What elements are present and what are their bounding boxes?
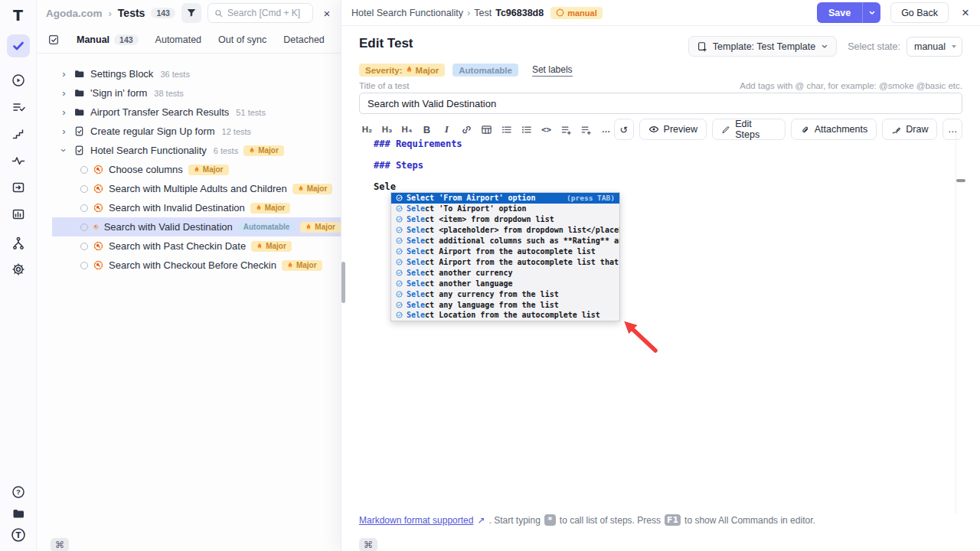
keyboard-shortcut-badge[interactable]: ⌘ — [359, 538, 377, 551]
editor-typed-text[interactable]: Sele — [374, 181, 396, 192]
test-case-choose-columns[interactable]: Choose columns Major — [37, 160, 341, 179]
rail-item-branches[interactable] — [7, 232, 30, 255]
test-case-multiple-adults[interactable]: Search with Multiple Adults and Children… — [37, 179, 341, 198]
check-circle-icon — [396, 227, 403, 233]
severity-badge[interactable]: Severity: Major — [359, 64, 445, 77]
tree-folder-airport-transfer[interactable]: › Airport Transfer Search Results 51 tes… — [37, 103, 341, 122]
editor-line-steps[interactable]: ### Steps — [374, 160, 423, 171]
tree-folder-sign-in-form[interactable]: › 'Sign in' form 38 tests — [37, 83, 341, 103]
chevron-right-icon[interactable]: › — [60, 126, 68, 137]
go-back-button[interactable]: Go Back — [890, 2, 949, 23]
bulk-select-button[interactable] — [47, 34, 60, 46]
save-options-button[interactable] — [862, 2, 880, 23]
test-case-checkout-before-checkin[interactable]: Search with Checkout Before Checkin Majo… — [37, 256, 341, 275]
severity-label: Major — [258, 146, 279, 155]
tab-detached[interactable]: Detached — [283, 34, 325, 45]
automatable-badge: Automatable — [238, 222, 296, 233]
rail-item-account[interactable]: T — [7, 523, 30, 546]
test-case-valid-destination[interactable]: Search with Valid Destination Automatabl… — [37, 217, 341, 236]
rail-item-steps[interactable] — [7, 122, 30, 145]
status-ring-icon[interactable] — [80, 243, 88, 250]
breadcrumb-section[interactable]: Tests — [118, 7, 145, 19]
state-badge-manual: manual — [550, 7, 603, 19]
tab-out-of-sync[interactable]: Out of sync — [218, 34, 266, 45]
autocomplete-option[interactable]: Select 'To Airport' option — [391, 204, 619, 214]
chevron-right-icon[interactable]: › — [60, 87, 68, 99]
autocomplete-option[interactable]: Select Location from the autocomplete li… — [391, 310, 619, 321]
editor-line-requirements[interactable]: ### Requirements — [374, 139, 462, 149]
test-id[interactable]: Tc96838d8 — [495, 8, 544, 18]
rail-item-settings[interactable] — [7, 258, 30, 281]
autocomplete-option[interactable]: Select Airport from the autocomplete lis… — [391, 246, 619, 257]
flame-icon — [256, 243, 263, 250]
option-typed: Sele — [407, 226, 425, 234]
tree-folder-settings-block[interactable]: › Settings Block 36 tests — [37, 64, 341, 83]
breadcrumb-parent-suite[interactable]: Hotel Search Functionality — [351, 8, 463, 18]
rail-item-plans[interactable] — [7, 96, 30, 119]
autocomplete-option[interactable]: Select another currency — [391, 267, 619, 278]
filter-button[interactable] — [181, 3, 201, 23]
state-select[interactable]: manual — [906, 37, 962, 57]
test-title-input[interactable] — [359, 93, 962, 114]
hint-text-2: to call list of steps. Press — [560, 515, 661, 526]
paperclip-icon — [800, 125, 810, 135]
chevron-right-icon[interactable]: › — [60, 68, 68, 80]
severity-label: Major — [203, 165, 224, 174]
autocomplete-option[interactable]: Select Airport from the autocomplete lis… — [391, 256, 619, 267]
app-logo[interactable]: T — [7, 4, 30, 27]
close-drawer-icon[interactable]: × — [962, 6, 969, 19]
page-title: Edit Test — [359, 36, 413, 51]
title-field-label: Title of a test — [359, 81, 409, 90]
rail-item-projects[interactable] — [7, 502, 30, 525]
tab-manual[interactable]: Manual143 — [77, 34, 139, 45]
rail-item-activity[interactable] — [7, 149, 30, 172]
status-ring-icon[interactable] — [80, 262, 88, 269]
autocomplete-option-selected[interactable]: Select 'From Airport' option(press TAB) — [391, 193, 619, 204]
close-search-icon[interactable]: × — [319, 7, 335, 20]
hint-text-3: to show All Commands in editor. — [684, 515, 815, 526]
rail-item-tests[interactable] — [7, 34, 30, 57]
test-case-past-checkin[interactable]: Search with Past Checkin Date Major — [37, 236, 341, 256]
autocomplete-option[interactable]: Select additional columns such as **Rati… — [391, 236, 619, 246]
explorer-scrollbar-thumb[interactable] — [341, 262, 345, 303]
tree-suite-hotel-search[interactable]: › Hotel Search Functionality 6 tests Maj… — [37, 141, 341, 160]
autocomplete-option[interactable]: Select <item> from dropdown list — [391, 214, 619, 225]
rail-item-help[interactable]: ? — [7, 481, 30, 504]
breadcrumb-project[interactable]: Agoda.com — [46, 8, 103, 19]
folder-icon — [74, 68, 85, 80]
press-tab-hint: (press TAB) — [567, 194, 615, 202]
tree-suite-create-signup[interactable]: › Create regular Sign Up form 12 tests — [37, 122, 341, 141]
folder-meta: 36 tests — [160, 70, 190, 79]
folder-meta: 38 tests — [154, 89, 184, 98]
rail-item-import[interactable] — [7, 176, 30, 199]
folder-meta: 51 tests — [236, 108, 266, 117]
search-input[interactable] — [227, 8, 306, 18]
rail-item-runs[interactable] — [7, 69, 30, 92]
autocomplete-option[interactable]: Select any currency from the list — [391, 289, 619, 299]
autocomplete-option[interactable]: Select any language from the list — [391, 299, 619, 310]
option-rest: ct additional columns such as **Rating**… — [425, 236, 619, 245]
template-select-button[interactable]: Template: Test Template — [688, 36, 837, 57]
editor-scrollbar-thumb[interactable] — [956, 179, 965, 182]
automatable-badge[interactable]: Automatable — [452, 64, 518, 77]
severity-label: Major — [265, 204, 286, 212]
set-labels-link[interactable]: Set labels — [532, 64, 573, 77]
save-button[interactable]: Save — [817, 2, 862, 23]
status-ring-icon[interactable] — [80, 223, 88, 231]
rail-item-analytics[interactable] — [7, 203, 30, 226]
test-case-invalid-destination[interactable]: Search with Invalid Destination Major — [37, 198, 341, 217]
status-ring-icon[interactable] — [80, 204, 88, 212]
option-rest: ct <item> from dropdown list — [425, 215, 554, 223]
option-typed: Sele — [407, 236, 425, 245]
funnel-icon — [185, 7, 198, 19]
markdown-help-link[interactable]: Markdown format supported — [359, 515, 473, 526]
autocomplete-option[interactable]: Select another language — [391, 278, 619, 289]
tab-automated[interactable]: Automated — [155, 34, 201, 45]
check-circle-icon — [396, 302, 403, 308]
status-ring-icon[interactable] — [80, 185, 88, 193]
status-ring-icon[interactable] — [80, 166, 88, 174]
chevron-right-icon[interactable]: › — [60, 106, 68, 118]
chevron-down-icon[interactable]: › — [58, 146, 70, 155]
keyboard-shortcut-badge[interactable]: ⌘ — [51, 538, 69, 551]
autocomplete-option[interactable]: Select <placeholder> from dropdown list<… — [391, 225, 619, 236]
